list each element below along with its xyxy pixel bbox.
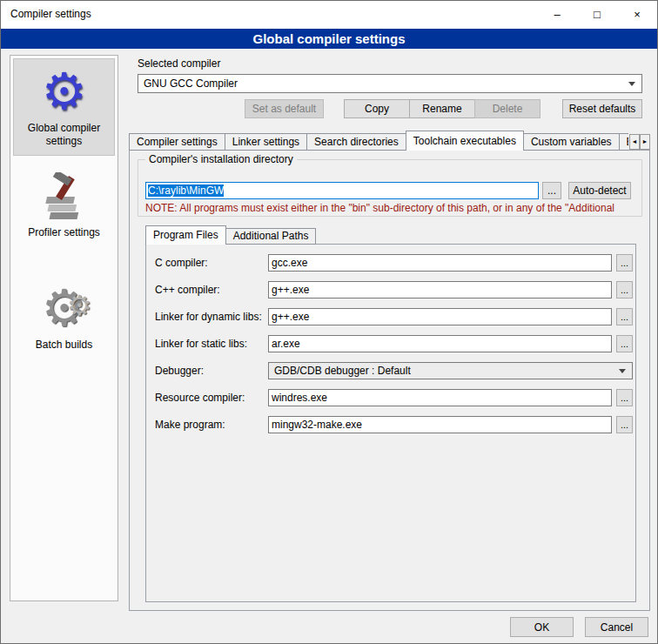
resource-compiler-browse-button[interactable]: ... bbox=[616, 389, 633, 406]
c-compiler-label: C compiler: bbox=[155, 254, 208, 272]
arrow-left-icon: ◄ bbox=[632, 138, 638, 144]
sidebar-item-label: Global compiler settings bbox=[16, 120, 112, 151]
ok-button[interactable]: OK bbox=[510, 617, 574, 637]
make-program-input[interactable] bbox=[268, 416, 612, 433]
make-program-label: Make program: bbox=[155, 416, 225, 433]
sidebar-item-batch-builds[interactable]: ⚙⚙ Batch builds bbox=[13, 276, 115, 359]
selected-compiler-label: Selected compiler bbox=[138, 57, 220, 70]
c-compiler-input[interactable] bbox=[268, 254, 612, 272]
tab-scroll-right-button[interactable]: ► bbox=[640, 134, 650, 150]
rename-button[interactable]: Rename bbox=[409, 99, 475, 118]
toolchain-executables-panel: Compiler's installation directory C:\ray… bbox=[129, 150, 650, 611]
close-button[interactable]: × bbox=[617, 1, 657, 29]
set-as-default-button[interactable]: Set as default bbox=[245, 99, 324, 118]
tab-linker-settings[interactable]: Linker settings bbox=[225, 133, 307, 151]
c-compiler-row: C compiler: ... bbox=[146, 254, 635, 272]
linker-dynamic-input[interactable] bbox=[268, 308, 612, 325]
sidebar-item-label: Profiler settings bbox=[15, 225, 113, 243]
debugger-label: Debugger: bbox=[155, 362, 204, 379]
installation-directory-input[interactable]: C:\raylib\MinGW bbox=[145, 182, 539, 199]
debugger-select[interactable]: GDB/CDB debugger : Default bbox=[268, 362, 633, 379]
chevron-down-icon bbox=[619, 369, 626, 373]
browse-directory-button[interactable]: ... bbox=[542, 182, 561, 199]
tab-additional-paths[interactable]: Additional Paths bbox=[225, 228, 317, 245]
selected-compiler-dropdown[interactable]: GNU GCC Compiler bbox=[138, 74, 642, 93]
window-controls: – □ × bbox=[537, 1, 657, 29]
auto-detect-button[interactable]: Auto-detect bbox=[568, 182, 631, 199]
tab-scroll-left-button[interactable]: ◄ bbox=[629, 134, 640, 150]
installation-directory-group-title: Compiler's installation directory bbox=[145, 153, 297, 165]
profiler-icon bbox=[15, 172, 113, 225]
installation-directory-value: C:\raylib\MinGW bbox=[148, 184, 224, 197]
tab-program-files[interactable]: Program Files bbox=[145, 225, 226, 245]
linker-static-row: Linker for static libs: ... bbox=[146, 335, 635, 352]
selected-compiler-value: GNU GCC Compiler bbox=[144, 77, 238, 90]
directory-note: NOTE: All programs must exist either in … bbox=[145, 202, 640, 214]
tab-build-options[interactable]: Builc bbox=[619, 133, 628, 151]
make-program-row: Make program: ... bbox=[146, 416, 635, 433]
resource-compiler-label: Resource compiler: bbox=[155, 389, 245, 406]
titlebar: Compiler settings – □ × bbox=[1, 1, 657, 29]
cpp-compiler-input[interactable] bbox=[268, 281, 612, 299]
sidebar-item-global-compiler-settings[interactable]: ⚙ Global compiler settings bbox=[13, 58, 115, 156]
sidebar-item-label: Batch builds bbox=[15, 337, 113, 355]
linker-dynamic-label: Linker for dynamic libs: bbox=[155, 308, 262, 325]
tab-toolchain-executables[interactable]: Toolchain executables bbox=[406, 131, 524, 151]
dialog-header: Global compiler settings bbox=[1, 29, 657, 49]
cpp-compiler-browse-button[interactable]: ... bbox=[616, 281, 633, 299]
delete-button[interactable]: Delete bbox=[474, 99, 540, 118]
gears-icon: ⚙⚙ bbox=[15, 279, 113, 337]
tab-search-directories[interactable]: Search directories bbox=[306, 133, 406, 151]
debugger-row: Debugger: GDB/CDB debugger : Default bbox=[146, 362, 635, 379]
make-program-browse-button[interactable]: ... bbox=[616, 416, 633, 433]
linker-dynamic-browse-button[interactable]: ... bbox=[616, 308, 633, 325]
debugger-value: GDB/CDB debugger : Default bbox=[274, 365, 411, 377]
cancel-button[interactable]: Cancel bbox=[585, 617, 648, 637]
c-compiler-browse-button[interactable]: ... bbox=[616, 254, 633, 272]
sidebar-item-profiler-settings[interactable]: Profiler settings bbox=[13, 166, 115, 246]
copy-button[interactable]: Copy bbox=[344, 99, 410, 118]
linker-static-label: Linker for static libs: bbox=[155, 335, 247, 352]
settings-tabstrip: Compiler settings Linker settings Search… bbox=[129, 131, 628, 151]
window-title: Compiler settings bbox=[10, 8, 91, 20]
reset-defaults-button[interactable]: Reset defaults bbox=[562, 99, 642, 118]
resource-compiler-input[interactable] bbox=[268, 389, 612, 406]
resource-compiler-row: Resource compiler: ... bbox=[146, 389, 635, 406]
tab-custom-variables[interactable]: Custom variables bbox=[523, 133, 620, 151]
program-files-panel: C compiler: ... C++ compiler: ... Linker… bbox=[145, 244, 636, 602]
chevron-down-icon bbox=[628, 82, 635, 86]
arrow-right-icon: ► bbox=[642, 138, 648, 144]
minimize-button[interactable]: – bbox=[537, 1, 577, 29]
linker-static-browse-button[interactable]: ... bbox=[616, 335, 633, 352]
sidebar: ⚙ Global compiler settings Profiler sett… bbox=[10, 55, 118, 601]
linker-dynamic-row: Linker for dynamic libs: ... bbox=[146, 308, 635, 325]
installation-directory-group: Compiler's installation directory C:\ray… bbox=[138, 159, 642, 217]
gear-icon: ⚙ bbox=[16, 63, 112, 120]
compiler-settings-dialog: Compiler settings – □ × Global compiler … bbox=[0, 0, 658, 644]
tab-compiler-settings[interactable]: Compiler settings bbox=[129, 133, 225, 151]
maximize-button[interactable]: □ bbox=[577, 1, 617, 29]
linker-static-input[interactable] bbox=[268, 335, 612, 352]
cpp-compiler-row: C++ compiler: ... bbox=[146, 281, 635, 299]
cpp-compiler-label: C++ compiler: bbox=[155, 281, 220, 299]
program-files-tabstrip: Program Files Additional Paths bbox=[145, 225, 494, 245]
